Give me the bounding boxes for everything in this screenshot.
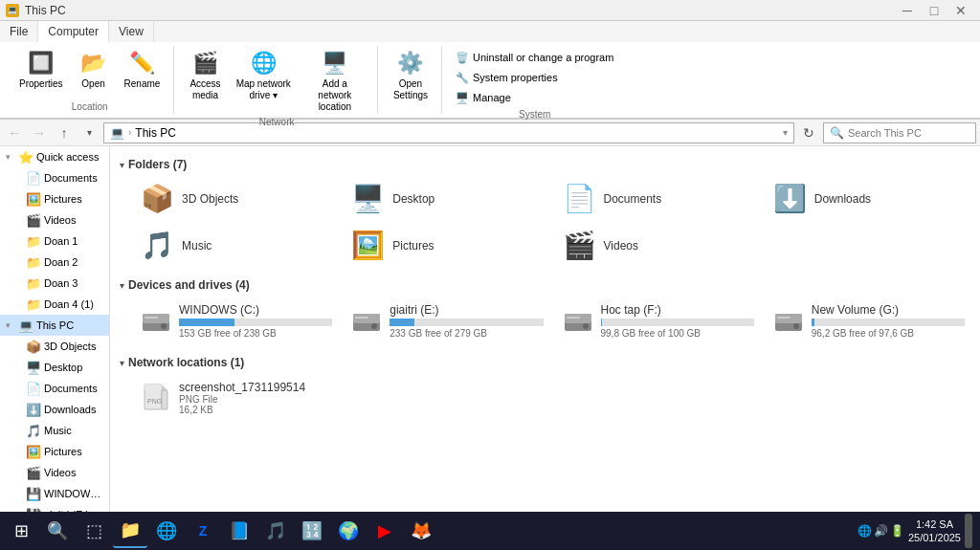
youtube-button[interactable]: ▶ [368,514,402,548]
calc-button[interactable]: 🔢 [295,514,329,548]
3d-objects-label: 3D Objects [44,341,103,352]
sidebar-item-pictures2[interactable]: 🖼️ Pictures [0,441,109,462]
sidebar-item-pictures[interactable]: 🖼️ Pictures [0,188,109,209]
doan1-label: Doan 1 [44,235,103,247]
sidebar-item-videos2[interactable]: 🎬 Videos [0,462,109,483]
open-settings-button[interactable]: ⚙️ OpenSettings [388,46,434,103]
back-button[interactable]: ← [4,122,25,143]
folder-item-desktop[interactable]: 🖥️ Desktop [345,179,548,218]
forward-button[interactable]: → [29,122,50,143]
folder-downloads-icon: ⬇️ [773,183,807,214]
path-dropdown-arrow[interactable]: ▾ [783,127,788,138]
rename-button[interactable]: ✏️ Rename [119,46,167,92]
system-properties-button[interactable]: 🔧 System properties [452,68,617,87]
show-desktop-button[interactable] [965,514,972,548]
drive-item-newvol-g[interactable]: New Volume (G:) 96,2 GB free of 97,6 GB [768,299,970,342]
search-input[interactable] [848,127,969,139]
svg-marker-17 [162,385,167,390]
sidebar-item-doan4[interactable]: 📁 Doan 4 (1) [0,294,109,315]
access-media-label: Accessmedia [189,78,220,101]
add-network-button[interactable]: 🖥️ Add a networklocation [301,46,369,115]
sidebar-item-desktop[interactable]: 🖥️ Desktop [0,357,109,378]
drive-item-giaitri-e[interactable]: giaitri (E:) 233 GB free of 279 GB [345,299,548,342]
address-bar: ← → ↑ ▾ 💻 › This PC ▾ ↻ 🔍 [0,120,980,146]
uninstall-button[interactable]: 🗑️ Uninstall or change a program [452,48,617,67]
folders-grid: 📦 3D Objects 🖥️ Desktop 📄 Documents ⬇️ D… [120,179,970,265]
app1-button[interactable]: 📘 [222,514,256,548]
network-item-screenshot[interactable]: PNG screenshot_1731199514 PNG File 16,2 … [135,377,311,419]
taskbar-system-icons: 🌐 🔊 🔋 [858,524,904,538]
ribbon-group-network-items: 🎬 Accessmedia 🌐 Map networkdrive ▾ 🖥️ Ad… [184,46,368,115]
drive-name-newvol-g: New Volume (G:) [812,303,965,317]
folder-item-videos[interactable]: 🎬 Videos [557,226,760,265]
access-media-button[interactable]: 🎬 Accessmedia [184,46,226,103]
sidebar-item-doan3[interactable]: 📁 Doan 3 [0,273,109,294]
sidebar-item-doan1[interactable]: 📁 Doan 1 [0,231,109,252]
drives-grid: WINDOWS (C:) 153 GB free of 238 GB giait… [120,299,970,342]
sidebar-item-quick-access[interactable]: ▾ ⭐ Quick access [0,146,109,167]
folder-item-documents[interactable]: 📄 Documents [557,179,760,218]
up-button[interactable]: ↑ [54,122,75,143]
videos2-label: Videos [44,467,103,478]
folder-item-3d-objects[interactable]: 📦 3D Objects [135,179,338,218]
pictures2-icon: 🖼️ [27,445,40,458]
browser1-button[interactable]: 🌐 [149,514,184,548]
folder-item-downloads[interactable]: ⬇️ Downloads [768,179,970,218]
sidebar-item-this-pc[interactable]: ▾ 💻 This PC [0,315,109,336]
tab-computer[interactable]: Computer [38,21,109,43]
sidebar-item-videos[interactable]: 🎬 Videos [0,209,109,231]
ribbon-group-system-items: 🗑️ Uninstall or change a program 🔧 Syste… [452,46,617,107]
taskview-button[interactable]: ⬚ [77,514,111,548]
properties-icon: 🔲 [26,48,56,78]
sidebar-item-music[interactable]: 🎵 Music [0,420,109,441]
chrome-button[interactable]: 🌍 [331,514,366,548]
sidebar-item-doan2[interactable]: 📁 Doan 2 [0,252,109,273]
taskbar-clock[interactable]: 1:42 SA 25/01/2025 [908,517,961,545]
drive-bar-giaitri-e [390,319,414,326]
zalo-button[interactable]: Z [186,514,220,548]
windows-c-icon: 💾 [27,487,40,500]
manage-button[interactable]: 🖥️ Manage [452,88,617,107]
app2-button[interactable]: 🎵 [258,514,293,548]
tab-view[interactable]: View [109,21,154,42]
sidebar-item-documents2[interactable]: 📄 Documents [0,378,109,399]
start-button[interactable]: ⊞ [4,514,38,548]
close-button[interactable]: ✕ [947,0,974,21]
volume-icon: 🔊 [874,524,888,538]
downloads-label: Downloads [44,404,103,415]
network-section-header[interactable]: ▾ Network locations (1) [120,356,970,369]
network-tray-icon: 🌐 [858,524,872,538]
sidebar-item-documents[interactable]: 📄 Documents [0,167,109,188]
drive-free-giaitri-e: 233 GB free of 279 GB [390,328,543,339]
properties-button[interactable]: 🔲 Properties [13,46,69,92]
desktop-label: Desktop [44,362,103,373]
sidebar-item-3d-objects[interactable]: 📦 3D Objects [0,336,109,357]
documents-icon: 📄 [27,171,40,185]
folder-downloads-label: Downloads [814,192,871,206]
system-properties-label: System properties [473,72,558,83]
address-path[interactable]: 💻 › This PC ▾ [103,122,794,143]
folder-item-pictures[interactable]: 🖼️ Pictures [345,226,548,265]
manage-label: Manage [473,92,511,103]
folder-item-music[interactable]: 🎵 Music [135,226,338,265]
ribbon-tabs: File Computer View [0,21,980,42]
refresh-button[interactable]: ↻ [798,122,819,143]
sidebar-item-windows-c[interactable]: 💾 WINDOWS (C:) [0,483,109,504]
explorer-button[interactable]: 📁 [113,514,147,548]
drive-hdd2-icon [351,306,382,337]
folder-desktop-icon: 🖥️ [351,183,385,214]
folders-section-header[interactable]: ▾ Folders (7) [120,158,970,171]
drive-item-windows-c[interactable]: WINDOWS (C:) 153 GB free of 238 GB [135,299,338,342]
tab-file[interactable]: File [0,21,38,42]
open-button[interactable]: 📂 Open [73,46,115,92]
videos2-icon: 🎬 [27,466,40,479]
map-network-button[interactable]: 🌐 Map networkdrive ▾ [231,46,297,103]
minimize-button[interactable]: ─ [894,0,921,21]
drives-section-header[interactable]: ▾ Devices and drives (4) [120,278,970,292]
search-button[interactable]: 🔍 [40,514,75,548]
drive-item-hoctap-f[interactable]: Hoc tap (F:) 99,8 GB free of 100 GB [557,299,760,342]
maximize-button[interactable]: □ [921,0,947,21]
sidebar-item-downloads[interactable]: ⬇️ Downloads [0,399,109,420]
recent-locations-button[interactable]: ▾ [78,122,100,143]
firefox-button[interactable]: 🦊 [404,514,438,548]
